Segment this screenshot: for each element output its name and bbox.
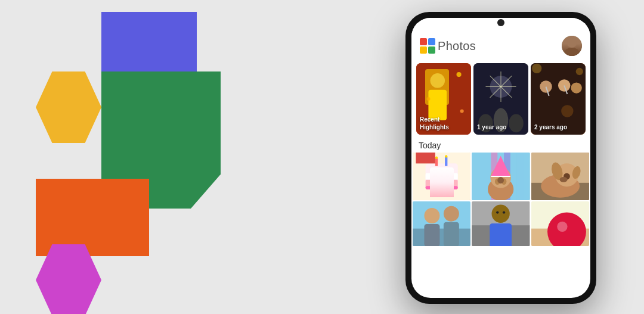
phone-mockup: Photos bbox=[405, 12, 596, 304]
avatar-image bbox=[562, 36, 582, 56]
svg-point-68 bbox=[492, 205, 510, 223]
svg-point-62 bbox=[424, 208, 439, 223]
svg-rect-0 bbox=[420, 38, 427, 45]
svg-point-25 bbox=[571, 82, 581, 93]
svg-point-39 bbox=[445, 155, 447, 157]
svg-point-38 bbox=[435, 156, 438, 158]
highlight-card-2years[interactable]: 2 years ago bbox=[531, 63, 586, 135]
svg-point-28 bbox=[532, 64, 541, 73]
photo-cell-ball[interactable] bbox=[531, 201, 589, 246]
today-section-label: Today bbox=[411, 137, 590, 153]
svg-rect-36 bbox=[435, 158, 438, 166]
svg-point-59 bbox=[559, 177, 567, 182]
phone-body: Photos bbox=[405, 12, 596, 304]
shape-yellow bbox=[36, 71, 101, 143]
svg-point-23 bbox=[540, 80, 552, 92]
svg-point-71 bbox=[503, 211, 505, 213]
highlight-card-recent[interactable]: Recent Highlights bbox=[416, 63, 471, 135]
svg-rect-2 bbox=[420, 46, 427, 54]
photo-cell-man[interactable] bbox=[472, 201, 530, 246]
highlight-label-recent: Recent Highlights bbox=[420, 116, 449, 131]
highlight-label-1year: 1 year ago bbox=[477, 123, 506, 131]
svg-point-10 bbox=[456, 72, 461, 77]
svg-rect-37 bbox=[445, 157, 447, 166]
svg-rect-35 bbox=[426, 186, 458, 189]
svg-point-24 bbox=[558, 79, 570, 91]
svg-rect-3 bbox=[428, 46, 435, 54]
photo-grid-row2 bbox=[411, 201, 590, 246]
highlight-label-2years: 2 years ago bbox=[534, 123, 567, 131]
photos-logo-icon bbox=[420, 38, 435, 54]
photo-cell-cake[interactable] bbox=[413, 153, 470, 200]
photo-grid-row1 bbox=[411, 153, 590, 200]
app-logo: Photos bbox=[420, 38, 476, 54]
svg-rect-1 bbox=[428, 38, 435, 45]
phone-screen: Photos bbox=[411, 18, 590, 298]
photo-cell-dog[interactable] bbox=[531, 153, 589, 200]
highlights-row: Recent Highlights bbox=[411, 61, 590, 137]
svg-point-30 bbox=[561, 105, 573, 117]
svg-point-75 bbox=[557, 222, 567, 232]
svg-rect-44 bbox=[517, 153, 524, 200]
brand-logo bbox=[36, 12, 262, 304]
svg-rect-32 bbox=[426, 163, 458, 189]
svg-rect-63 bbox=[424, 224, 439, 246]
svg-rect-69 bbox=[490, 223, 512, 246]
svg-rect-61 bbox=[413, 229, 470, 246]
svg-point-49 bbox=[498, 177, 504, 184]
svg-point-12 bbox=[460, 109, 464, 113]
svg-point-64 bbox=[444, 206, 459, 222]
app-title: Photos bbox=[438, 39, 476, 53]
camera-cutout bbox=[497, 19, 504, 26]
svg-point-5 bbox=[565, 48, 579, 56]
svg-point-4 bbox=[567, 38, 577, 48]
svg-point-29 bbox=[576, 68, 583, 75]
svg-point-8 bbox=[431, 73, 445, 88]
svg-point-21 bbox=[509, 114, 524, 133]
svg-rect-34 bbox=[426, 173, 458, 180]
highlight-card-1year[interactable]: 1 year ago bbox=[473, 63, 528, 135]
svg-point-11 bbox=[426, 97, 430, 101]
user-avatar[interactable] bbox=[562, 36, 582, 56]
photo-cell-dog-hat[interactable] bbox=[472, 153, 530, 200]
svg-rect-40 bbox=[416, 153, 435, 163]
photo-cell-couple[interactable] bbox=[413, 201, 470, 246]
svg-rect-65 bbox=[444, 222, 459, 246]
svg-point-70 bbox=[496, 211, 499, 213]
svg-rect-33 bbox=[426, 179, 458, 189]
